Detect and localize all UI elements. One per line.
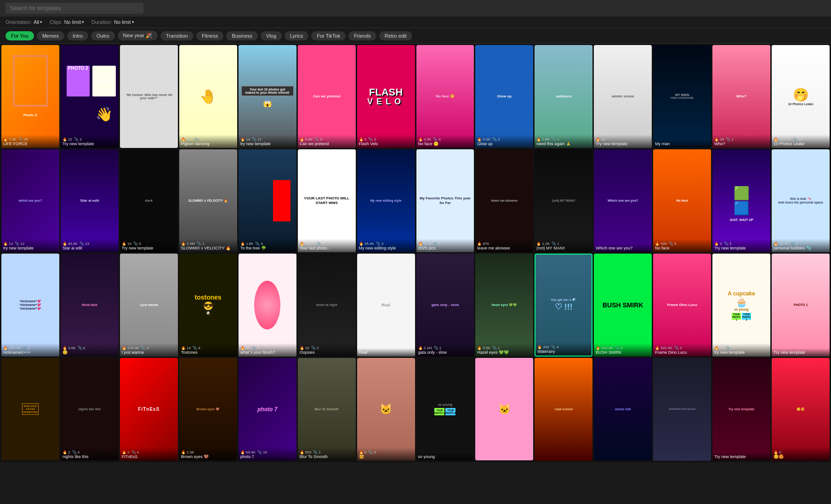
template-card-24[interactable]: (not) MY MAN!! 🔥 1.2K📎 1(not) MY MAN!! — [535, 149, 592, 252]
card-title-1: LIFE FORCE — [3, 142, 57, 147]
view-count: 🔥 162.9K — [774, 137, 791, 142]
duration-value[interactable]: No limit — [114, 19, 134, 25]
template-card-7[interactable]: FLASH VELO 🔥 0📎 3Flash Velo — [357, 45, 415, 148]
template-card-30[interactable]: floral dark 🔥 3.0K📎 6😊 — [61, 254, 119, 357]
template-card-22[interactable]: My Favorite Photos This year So Far 🔥 3.… — [416, 149, 474, 252]
template-card-56[interactable]: 😊😍 🔥 0😊😍 — [772, 358, 830, 461]
tab-vlog[interactable]: Vlog — [261, 31, 282, 40]
tab-for-you[interactable]: For You — [6, 31, 34, 40]
template-card-33[interactable]: 🔥 41📎 6what`s your blush? — [239, 254, 296, 357]
card-stats-8: 🔥 4.5K📎 6 — [418, 137, 472, 142]
card-stats-11: 🔥 10 — [596, 137, 650, 142]
template-card-3[interactable]: "Be honest. Who has never hit your side?… — [120, 45, 178, 148]
card-title-21: My new editing style — [359, 246, 413, 251]
tab-new-year[interactable]: New year 🎉 — [118, 31, 158, 40]
tab-business[interactable]: Business — [226, 31, 258, 40]
tab-fitness[interactable]: Fitness — [196, 31, 223, 40]
tab-friends[interactable]: Friends — [348, 31, 376, 40]
template-card-4[interactable]: 🤚 🔥 610📎 1Pigeon dancing — [179, 45, 237, 148]
template-card-29[interactable]: *nickname*💗*nickname*💗*nickname*💗 🔥 321.… — [1, 254, 59, 357]
template-card-9[interactable]: Glow up 🔥 6.3K📎 2Glow up — [475, 45, 533, 148]
card-info-45: 🔥 2📎 4FiTnEsS — [120, 447, 178, 461]
template-card-23[interactable]: leave me aloneee 🔥 876leave me aloneee — [475, 149, 533, 252]
template-card-46[interactable]: Brown eyes 🤎 🔥 2.3KBrown eyes 🤎 — [179, 358, 237, 461]
template-card-31[interactable]: I just wanna 🔥 179.4K📎 3I just wanna — [120, 254, 178, 357]
card-info-31: 🔥 179.4K📎 3I just wanna — [120, 343, 178, 357]
template-card-36[interactable]: gata only - slow 🔥 2.1M📎 1gata only - sl… — [416, 254, 474, 357]
template-card-49[interactable]: 🐱 🔥 0📎 4🐱 — [357, 358, 415, 461]
template-card-25[interactable]: Which one are you? Which one are you? — [594, 149, 652, 252]
tab-lyrics[interactable]: Lyrics — [285, 31, 308, 40]
template-card-40[interactable]: Frame Dino Lucu 🔥 922.9K📎 2Frame Dino Lu… — [653, 254, 711, 357]
clip-count: 📎 5 — [724, 242, 732, 246]
card-stats-16: 🔥 83.6K📎 23 — [63, 242, 117, 246]
template-card-50[interactable]: so young YOUR PHOTO 1 YOUR PHOTO 2 so yo… — [416, 358, 474, 461]
template-card-32[interactable]: tostones 😎 🍳 🔥 14📎 8Tostones — [179, 254, 237, 357]
template-card-39[interactable]: BUSH SMIRK 🔥 922.9K📎 2BUSH SMIRK — [594, 254, 652, 357]
tab-retro-edit[interactable]: Retro edit — [379, 31, 412, 40]
template-card-48[interactable]: Blur To Smooth 🔥 503📎 1Blur To Smooth — [298, 358, 356, 461]
tab-memes[interactable]: Memes — [37, 31, 64, 40]
template-card-47[interactable]: photo 7 🔥 69.9K📎 16photo 7 — [239, 358, 296, 461]
tab-outro[interactable]: Outro — [91, 31, 115, 40]
view-count: 🔥 16 — [300, 346, 309, 350]
template-card-13[interactable]: Who? 🔥 26📎 1Who? — [712, 45, 770, 148]
template-card-15[interactable]: which are you? 🔥 14📎 12try new template — [1, 149, 59, 252]
search-input[interactable] — [6, 3, 143, 14]
view-count: 🔥 2 — [122, 450, 130, 454]
template-card-53[interactable]: anime edit — [594, 358, 652, 461]
template-card-38[interactable]: You get me~c 🌊 ♡ !!! 🔥 262📎 4Waterairy — [535, 254, 592, 357]
template-card-8[interactable]: No face 😶 🔥 4.5K📎 6No face 😶 — [416, 45, 474, 148]
tab-intro[interactable]: Intro — [67, 31, 88, 40]
clip-count: 📎 4 — [368, 450, 376, 454]
card-title-10: need this again 🙏 — [536, 142, 591, 147]
card-info-42: Try new template — [772, 348, 830, 357]
template-card-14[interactable]: 🤭 10 Photos Leake 🔥 162.9K📎 1910 Photos … — [772, 45, 830, 148]
template-card-42[interactable]: PHOTO 1 Try new template — [772, 254, 830, 357]
orientation-filter[interactable]: Orientation: All — [6, 19, 42, 25]
card-title-36: gata only - slow — [418, 350, 472, 355]
template-card-20[interactable]: YOUR LAST PHOTO WILL START WW3 🔥 12.2K📎 … — [298, 149, 356, 252]
clips-filter[interactable]: Clips: No limit — [50, 19, 84, 25]
template-card-1[interactable]: Photo S 🔥 7.3K📎 26LIFE FORCE — [1, 45, 59, 148]
template-card-11[interactable]: winter scene 🔥 10Try new template — [594, 45, 652, 148]
card-info-36: 🔥 2.1M📎 1gata only - slow — [416, 343, 474, 357]
template-card-26[interactable]: No face 🔥 626📎 5No face — [653, 149, 711, 252]
template-card-51[interactable]: 🐱 — [475, 358, 533, 461]
card-stats-27: 🔥 0📎 5 — [714, 242, 768, 246]
template-card-18[interactable]: SLOWMO x VELOCITY 🔥 🔥 2.9M📎 1SLOWMO x VE… — [179, 149, 237, 252]
template-card-21[interactable]: My new editing style 🔥 45.4K📎 3My new ed… — [357, 149, 415, 252]
template-card-55[interactable]: Try new template Try new template — [712, 358, 770, 461]
card-title-37: Hazel eyes 💚💚 — [477, 350, 531, 355]
clip-count: 📎 4 — [131, 450, 139, 454]
card-title-50: so young — [418, 454, 472, 459]
clips-value[interactable]: No limit — [64, 19, 85, 25]
orientation-value[interactable]: All — [34, 19, 42, 25]
template-card-54[interactable]: aesthetic text layout — [653, 358, 711, 461]
template-card-28[interactable]: this is bob 🦄bob loves his personal spac… — [772, 149, 830, 252]
template-card-44[interactable]: nights like this 🔥 2📎 4nights like this — [61, 358, 119, 461]
template-card-2[interactable]: PHOTO 2 PHOTO 1 👋 🔥 22📎 2Try new templat… — [61, 45, 119, 148]
template-card-10[interactable]: outdoors 🔥 1.6K📎 1need this again 🙏 — [535, 45, 592, 148]
card-info-29: 🔥 321.7K📎 2nicknames>>> — [1, 343, 59, 357]
template-card-12[interactable]: MY MAIN FINE HANDSOME My man — [653, 45, 711, 148]
tab-transition[interactable]: Transition — [160, 31, 194, 40]
template-card-6[interactable]: Can we pretend 🔥 4.0K📎 9Can we pretend — [298, 45, 356, 148]
template-card-16[interactable]: Star ai edit 🔥 83.6K📎 23Star ai edit — [61, 149, 119, 252]
template-card-35[interactable]: Real Real — [357, 254, 415, 357]
card-title-28: personal bubbles 🫧 — [774, 246, 828, 251]
template-card-34[interactable]: street at night 🔥 16📎 2Oopsies — [298, 254, 356, 357]
duration-filter[interactable]: Duration: No limit — [91, 19, 134, 25]
template-card-19[interactable]: 🔥 1.8K📎 4To the tree 🌳 — [239, 149, 296, 252]
tab-for-tiktok[interactable]: For TikTok — [311, 31, 346, 40]
template-card-43[interactable]: BAM GOOD★★★★★PROMOTION — [1, 358, 59, 461]
card-info-50: so young — [416, 453, 474, 461]
template-card-45[interactable]: FiTnEsS 🔥 2📎 4FiTnEsS — [120, 358, 178, 461]
template-card-41[interactable]: A cupcake 🧁 so young YOUR PHOTO 1 YOUR P… — [712, 254, 770, 357]
template-card-5[interactable]: Your last 10 photos got leaked to your w… — [239, 45, 296, 148]
template-card-52[interactable]: road sunset — [535, 358, 592, 461]
template-card-37[interactable]: Hazel eyes 💚💚 🔥 5.5K📎 1Hazel eyes 💚💚 — [475, 254, 533, 357]
card-title-38: Waterairy — [537, 349, 590, 354]
template-card-17[interactable]: dark 🔥 10📎 5Try new template — [120, 149, 178, 252]
template-card-27[interactable]: 🟩🟦 JUST. SHUT UP 🔥 0📎 5Try new template — [712, 149, 770, 252]
